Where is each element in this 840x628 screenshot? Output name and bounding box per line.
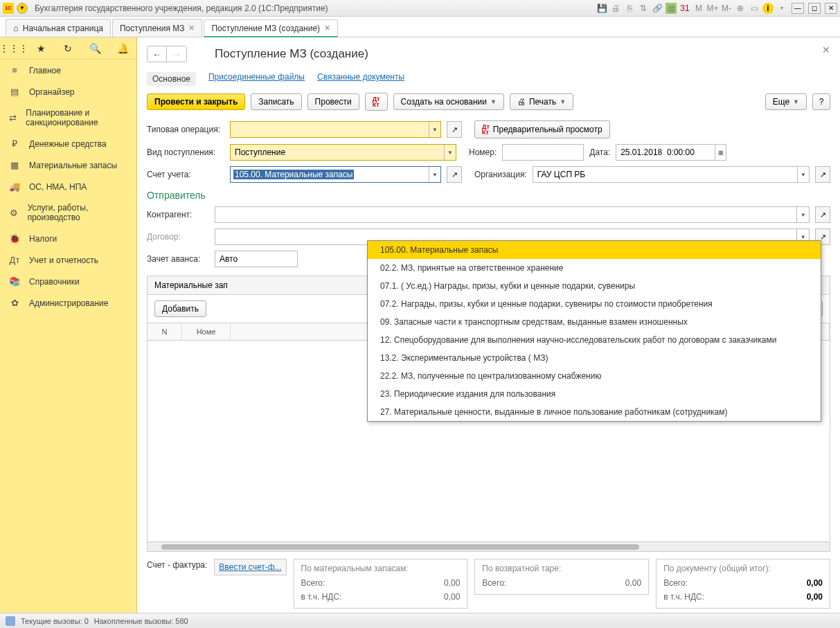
maximize-button[interactable]: ◻ <box>808 3 821 14</box>
minimize-button[interactable]: — <box>792 3 804 14</box>
tab-receipt-create[interactable]: Поступление МЗ (создание) ✕ <box>204 19 338 37</box>
tab-home[interactable]: ⌂ Начальная страница <box>6 19 111 37</box>
sidebar-item-money[interactable]: ₽Денежные средства <box>0 133 136 154</box>
dropdown-item[interactable]: 09. Запасные части к транспортным средст… <box>368 313 821 331</box>
dropdown-item[interactable]: 12. Спецоборудование для выполнения науч… <box>368 331 821 349</box>
save-icon[interactable]: 💾 <box>596 3 607 14</box>
dropdown-item[interactable]: 23. Периодические издания для пользовани… <box>368 385 821 403</box>
col-n[interactable]: N <box>148 323 182 340</box>
typ-op-input[interactable]: ▼ <box>230 121 441 138</box>
calendar-icon[interactable]: 31 <box>679 3 690 14</box>
tab-home-label: Начальная страница <box>23 24 103 33</box>
more-button[interactable]: Еще▼ <box>765 93 807 110</box>
subnav-linked[interactable]: Связанные документы <box>317 72 404 86</box>
bell-icon[interactable]: 🔔 <box>116 42 129 55</box>
m-button[interactable]: M <box>693 3 704 14</box>
sidebar-item-admin[interactable]: ✿Администрирование <box>0 292 136 314</box>
post-button[interactable]: Провести <box>307 93 359 110</box>
dropdown-item[interactable]: 27. Материальные ценности, выданные в ли… <box>368 403 821 421</box>
open-external-button[interactable]: ↗ <box>447 166 462 183</box>
star-icon[interactable]: ★ <box>34 42 48 55</box>
app-menu-dropdown[interactable]: ▼ <box>17 3 28 14</box>
apps-icon[interactable]: ⋮⋮⋮ <box>7 42 21 55</box>
schet-input[interactable]: 105.00. Материальные запасы ▼ <box>230 166 441 183</box>
sidebar-item-planning[interactable]: ⇄Планирование и санкционирование <box>0 102 136 133</box>
dropdown-item[interactable]: 02.2. МЗ, принятые на ответственное хран… <box>368 259 821 277</box>
data-input[interactable]: ▦ <box>616 144 726 161</box>
tabsbar: ⌂ Начальная страница Поступления МЗ ✕ По… <box>0 17 840 37</box>
chevron-down-icon[interactable]: ▼ <box>429 167 440 182</box>
search-icon[interactable]: 🔍 <box>89 42 102 55</box>
sidebar-item-materials[interactable]: ▦Материальные запасы <box>0 154 136 176</box>
nav-back-button[interactable]: ← <box>148 46 167 62</box>
subnav-main[interactable]: Основное <box>147 72 196 86</box>
dropdown-item[interactable]: 105.00. Материальные запасы <box>368 241 821 259</box>
sidebar-item-taxes[interactable]: 🐞Налоги <box>0 228 136 249</box>
chevron-down-icon[interactable]: ▼ <box>444 145 456 160</box>
print-button[interactable]: 🖨Печать▼ <box>510 93 573 110</box>
dropdown-item[interactable]: 22.2. МЗ, полученные по централизованном… <box>368 367 821 385</box>
sidebar-item-refs[interactable]: 📚Справочники <box>0 271 136 292</box>
sidebar-item-os[interactable]: 🚚ОС, НМА, НПА <box>0 176 136 197</box>
schet-dropdown-list[interactable]: 105.00. Материальные запасы 02.2. МЗ, пр… <box>367 240 821 422</box>
dropdown-item[interactable]: 07.1. ( Ус.ед.) Награды, призы, кубки и … <box>368 277 821 295</box>
dtkt-button[interactable]: ДтКт <box>365 93 388 111</box>
zachet-input[interactable] <box>215 251 298 267</box>
calc-icon[interactable]: ▦ <box>665 3 677 14</box>
scrollbar-thumb[interactable] <box>161 544 639 550</box>
print-icon[interactable]: 🖨 <box>610 3 621 14</box>
zoom-icon[interactable]: ⊕ <box>735 3 746 14</box>
m-minus-button[interactable]: M- <box>721 3 732 14</box>
schet-field[interactable]: 105.00. Материальные запасы <box>231 170 429 179</box>
help-button[interactable]: ? <box>812 93 830 110</box>
kontragent-field[interactable] <box>215 207 796 222</box>
tab-receipts[interactable]: Поступления МЗ ✕ <box>112 19 203 37</box>
chevron-down-icon[interactable]: ▼ <box>429 122 440 137</box>
compare-icon[interactable]: ⇅ <box>638 3 649 14</box>
open-external-button[interactable]: ↗ <box>815 206 830 223</box>
dropdown-item[interactable]: 13.2. Экспериментальные устройства ( МЗ) <box>368 349 821 367</box>
close-icon[interactable]: ✕ <box>324 24 330 33</box>
nomer-input[interactable] <box>502 144 584 161</box>
open-external-button[interactable]: ↗ <box>815 166 830 183</box>
sidebar-item-organizer[interactable]: ▤Органайзер <box>0 81 136 102</box>
close-icon[interactable]: ✕ <box>188 24 195 33</box>
status-current: Текущие вызовы: 0 <box>21 617 89 625</box>
kontragent-input[interactable]: ▼ <box>215 206 810 223</box>
info-icon[interactable]: i <box>762 3 774 14</box>
data-field[interactable] <box>616 145 715 160</box>
link-icon[interactable]: 🔗 <box>652 3 663 14</box>
panels-icon[interactable]: ▭ <box>749 3 760 14</box>
sidebar-item-services[interactable]: ⚙Услуги, работы, производство <box>0 197 136 228</box>
org-field[interactable] <box>533 167 797 182</box>
sidebar-item-accounting[interactable]: ДтУчет и отчетность <box>0 249 136 271</box>
close-window-button[interactable]: ✕ <box>825 3 837 14</box>
create-based-button[interactable]: Создать на основании▼ <box>393 93 504 110</box>
info-dropdown-icon[interactable]: ▾ <box>776 3 787 14</box>
preview-button[interactable]: ДтКтПредварительный просмотр <box>474 120 610 138</box>
dropdown-item[interactable]: 07.2. Награды, призы, кубки и ценные под… <box>368 295 821 313</box>
open-external-button[interactable]: ↗ <box>447 121 462 138</box>
typ-op-field[interactable] <box>231 122 429 137</box>
add-button[interactable]: Добавить <box>154 300 206 317</box>
col-nomen[interactable]: Номе <box>182 323 231 340</box>
sidebar-item-main[interactable]: ≡Главное <box>0 60 136 81</box>
calendar-icon[interactable]: ▦ <box>715 145 726 160</box>
save-button[interactable]: Записать <box>251 93 301 110</box>
nomer-field[interactable] <box>503 145 583 160</box>
m-plus-button[interactable]: M+ <box>707 3 718 14</box>
chevron-down-icon[interactable]: ▼ <box>797 167 809 182</box>
horizontal-scrollbar[interactable] <box>148 541 830 551</box>
close-page-button[interactable]: ✕ <box>822 44 830 55</box>
history-icon[interactable]: ↻ <box>61 42 75 55</box>
post-and-close-button[interactable]: Провести и закрыть <box>147 93 245 110</box>
vid-input[interactable]: ▼ <box>230 144 456 161</box>
subnav-files[interactable]: Присоединенные файлы <box>208 72 305 86</box>
chevron-down-icon[interactable]: ▼ <box>796 207 809 222</box>
org-input[interactable]: ▼ <box>533 166 810 183</box>
zachet-field[interactable] <box>215 251 297 267</box>
sf-link[interactable]: Ввести счет-ф... <box>214 559 286 575</box>
vid-field[interactable] <box>231 145 444 160</box>
nav-forward-button[interactable]: → <box>167 46 186 62</box>
copy-icon[interactable]: ⎘ <box>624 3 635 14</box>
